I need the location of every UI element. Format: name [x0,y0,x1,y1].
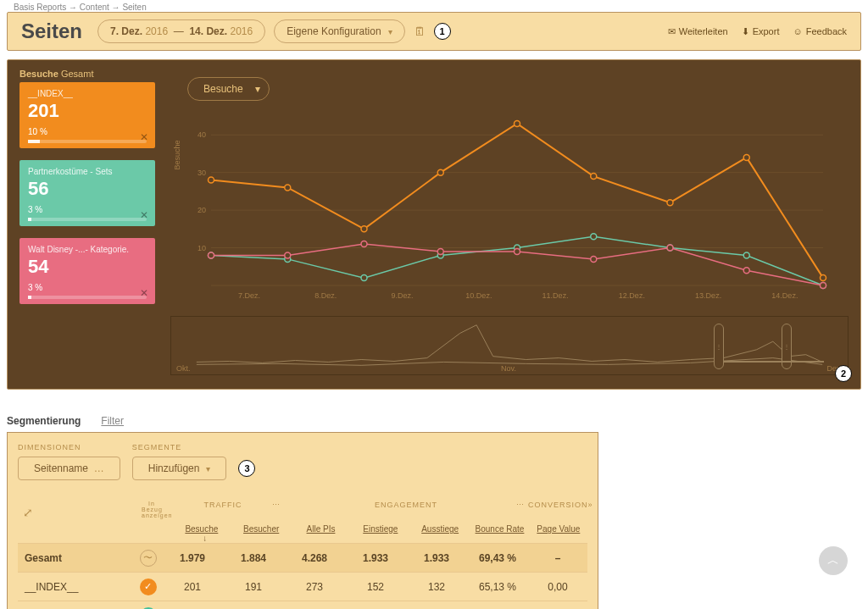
page-title: Seiten [21,19,82,43]
col-bouncerate[interactable]: Bounce Rate [476,524,525,534]
add-segment-button[interactable]: Hinzufügen ▾ [132,457,227,480]
chart-metric-dropdown[interactable]: Besuche [187,77,270,101]
svg-text:12.Dez.: 12.Dez. [619,291,645,300]
download-icon: ⬇ [742,26,749,37]
col-besuche[interactable]: Besuche [185,524,218,534]
annotation-3: 3 [238,460,255,477]
date-range-picker[interactable]: 7. Dez. 2016 — 14. Dez. 2016 [97,19,265,43]
svg-point-13 [515,120,520,126]
segmentation-panel: DIMENSIONEN Seitenname … SEGMENTE Hinzuf… [7,432,598,609]
expand-icon[interactable]: ⤢ [18,501,34,519]
tab-filter[interactable]: Filter [101,415,124,427]
svg-text:10.Dez.: 10.Dez. [465,291,492,300]
chart-y-label: Besuche [173,140,181,169]
series-card[interactable]: Partnerkostüme - Sets 56 3 % ✕ [19,160,155,226]
svg-text:40: 40 [198,130,206,139]
overview-chart[interactable]: ⋮ ⋮ Okt. Nov. Dez. [170,316,849,375]
svg-point-14 [591,174,597,180]
segmentation-table: ⤢ In Bezug anzeigen TRAFFIC⋯ ENGAGEMENT⋯… [18,501,587,609]
segmentation-section: Segmentierung Filter DIMENSIONEN Seitenn… [7,415,861,609]
annotation-2: 2 [835,365,852,382]
col-ausstiege[interactable]: Ausstiege [421,524,459,534]
svg-text:30: 30 [198,169,206,177]
col-allepis[interactable]: Alle PIs [307,524,336,534]
export-button[interactable]: ⬇ Export [742,26,780,37]
date-to-year: 2016 [230,25,253,37]
row-badge[interactable]: 〜 [134,550,162,567]
col-besucher[interactable]: Besucher [243,524,279,534]
svg-point-27 [209,252,214,258]
svg-point-29 [361,241,367,247]
range-handle-left[interactable]: ⋮ [714,324,724,369]
card-value: 56 [28,178,147,200]
close-icon[interactable]: ✕ [140,131,148,143]
svg-point-33 [667,245,673,251]
chart-panel: Besuche Gesamt __INDEX__ 201 10 % ✕Partn… [7,59,861,390]
series-cards: __INDEX__ 201 10 % ✕Partnerkostüme - Set… [19,82,155,375]
svg-point-9 [209,177,214,183]
in-bezug-label: In Bezug anzeigen [142,501,162,519]
sort-desc-icon[interactable]: ↓ [179,534,231,543]
feedback-button[interactable]: ☺ Feedback [793,26,847,36]
col-pagevalue[interactable]: Page Value [537,524,580,534]
close-icon[interactable]: ✕ [140,287,148,299]
dimensions-label: DIMENSIONEN [18,443,120,451]
svg-point-34 [743,268,749,274]
calendar-icon[interactable]: 🗓 [414,25,426,38]
card-name: __INDEX__ [28,89,147,98]
svg-text:13.Dez.: 13.Dez. [695,291,721,300]
svg-point-31 [515,249,520,255]
row-label: Gesamt [18,552,134,564]
svg-text:8.Dez.: 8.Dez. [314,291,337,300]
svg-point-17 [821,275,826,281]
config-dropdown[interactable]: Eigene Konfiguration ▾ [274,19,404,43]
svg-text:20: 20 [198,206,206,214]
card-value: 201 [28,100,147,122]
svg-text:10: 10 [198,244,206,252]
segments-label: SEGMENTE [132,443,227,451]
chevron-down-icon: ▾ [206,464,210,473]
card-pct: 3 % [28,283,147,292]
svg-point-10 [285,185,291,191]
svg-point-25 [743,252,749,258]
close-icon[interactable]: ✕ [140,209,148,221]
svg-point-28 [285,252,291,258]
chart-panel-label: Besuche Gesamt [19,69,849,79]
forward-button[interactable]: ✉ Weiterleiten [668,26,728,37]
svg-point-32 [591,256,597,262]
header-bar: Seiten 7. Dez. 2016 — 14. Dez. 2016 Eige… [7,12,861,51]
chevron-down-icon: ▾ [388,27,392,36]
table-row[interactable]: Gesamt 〜 1.9791.8844.2681.9331.93369,43 … [18,543,587,572]
svg-text:11.Dez.: 11.Dez. [542,291,569,300]
card-pct: 10 % [28,127,147,136]
annotation-1: 1 [434,23,451,40]
card-name: Walt Disney -...- Kategorie. [28,245,147,254]
svg-point-11 [361,226,367,232]
svg-point-30 [437,249,443,255]
breadcrumb: Basis Reports → Content → Seiten [0,0,868,12]
svg-text:14.Dez.: 14.Dez. [771,291,798,300]
card-pct: 3 % [28,205,147,214]
date-to-day: 14. Dez. [189,25,227,37]
svg-point-15 [667,200,673,206]
dimension-select[interactable]: Seitenname … [18,457,120,480]
chart-area: Besuche Besuche 10203040 7.Dez.8.Dez.9.D… [170,79,849,375]
svg-point-20 [361,275,367,281]
chevron-up-icon: ︿ [827,553,839,568]
row-badge[interactable]: ✓ [134,579,162,595]
svg-point-16 [743,154,749,160]
svg-text:7.Dez.: 7.Dez. [238,291,260,300]
col-einstiege[interactable]: Einstiege [363,524,398,534]
date-from-year: 2016 [145,25,168,37]
scroll-top-button[interactable]: ︿ [819,546,848,575]
tab-segmentierung[interactable]: Segmentierung [7,415,81,427]
row-label: __INDEX__ [18,581,134,593]
svg-point-12 [437,169,443,175]
svg-point-23 [591,234,597,240]
series-card[interactable]: __INDEX__ 201 10 % ✕ [19,82,155,148]
series-card[interactable]: Walt Disney -...- Kategorie. 54 3 % ✕ [19,238,155,304]
date-from-day: 7. Dez. [110,25,142,37]
table-row[interactable]: __INDEX__ ✓ 20119127315213265,13 %0,00 [18,572,587,601]
table-row[interactable]: Partnerkostüme - Sets ✓ 565570323581,25 … [18,601,587,609]
svg-point-35 [821,283,826,289]
